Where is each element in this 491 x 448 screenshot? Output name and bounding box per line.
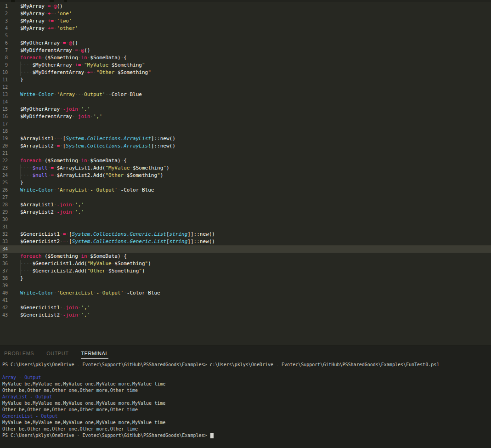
line-number[interactable]: 27 <box>0 194 20 201</box>
code-line[interactable]: 19$ArrayList1·=·[System.Collections.Arra… <box>0 135 491 142</box>
line-number[interactable]: 19 <box>0 135 20 142</box>
line-number[interactable]: 40 <box>0 289 20 297</box>
line-number[interactable]: 29 <box>0 209 20 216</box>
code-line[interactable]: 9····$MyOtherArray·+=·"MyValue·$Somethin… <box>0 62 491 69</box>
line-number[interactable]: 39 <box>0 282 20 289</box>
terminal-line: ArrayList - Output <box>2 394 491 400</box>
code-line[interactable]: 40Write-Color·'GenericList·-·Output'·-Co… <box>0 289 491 297</box>
tab-output[interactable]: OUTPUT <box>46 351 68 359</box>
line-number[interactable]: 21 <box>0 150 20 157</box>
line-number[interactable]: 8 <box>0 54 20 62</box>
code-text <box>20 297 491 304</box>
line-number[interactable]: 7 <box>0 47 20 54</box>
code-line[interactable]: 39 <box>0 282 491 289</box>
line-number[interactable]: 13 <box>0 91 20 98</box>
code-line[interactable]: 20$ArrayList2·=·[System.Collections.Arra… <box>0 142 491 150</box>
code-line[interactable]: 14 <box>0 98 491 106</box>
line-number[interactable]: 43 <box>0 312 20 319</box>
line-number[interactable]: 36 <box>0 260 20 267</box>
code-text: $MyOtherArray·=·@() <box>20 40 491 47</box>
line-number[interactable]: 3 <box>0 17 20 25</box>
line-number[interactable]: 11 <box>0 76 20 84</box>
code-line[interactable]: 12 <box>0 84 491 91</box>
code-line[interactable]: 22foreach·($Something·in·$SomeData)·{ <box>0 157 491 164</box>
line-number[interactable]: 9 <box>0 62 20 69</box>
code-text: Write-Color·'Array·-·Output'·-Color·Blue <box>20 91 491 98</box>
line-number[interactable]: 41 <box>0 297 20 304</box>
line-number[interactable]: 31 <box>0 223 20 231</box>
line-number[interactable]: 6 <box>0 40 20 47</box>
code-line[interactable]: 1$MyArray·=·@() <box>0 3 491 10</box>
line-number[interactable]: 2 <box>0 10 20 17</box>
line-number[interactable]: 38 <box>0 275 20 282</box>
code-line[interactable]: 17 <box>0 120 491 128</box>
code-line[interactable]: 4$MyArray·+=·'other' <box>0 25 491 32</box>
line-number[interactable]: 22 <box>0 157 20 164</box>
code-line[interactable]: 42$GenericList1·-join·',' <box>0 304 491 312</box>
line-number[interactable]: 12 <box>0 84 20 91</box>
code-text <box>20 216 491 223</box>
code-line[interactable]: 5 <box>0 32 491 40</box>
tab-bar-mark <box>64 0 67 2</box>
code-line[interactable]: 35foreach·($Something·in·$SomeData)·{ <box>0 253 491 260</box>
line-number[interactable]: 20 <box>0 142 20 150</box>
line-number[interactable]: 10 <box>0 69 20 76</box>
code-line[interactable]: 36····$GenericList1.Add("MyValue·$Someth… <box>0 260 491 267</box>
code-line[interactable]: 23····$null·=·$ArrayList1.Add("MyValue·$… <box>0 164 491 172</box>
line-number[interactable]: 15 <box>0 106 20 113</box>
code-line[interactable]: 26Write-Color·'ArrayList·-·Output'·-Colo… <box>0 187 491 194</box>
line-number[interactable]: 4 <box>0 25 20 32</box>
code-line[interactable]: 32$GenericList1·=·[System.Collections.Ge… <box>0 231 491 238</box>
line-number[interactable]: 1 <box>0 3 20 10</box>
code-line[interactable]: 31 <box>0 223 491 231</box>
code-line[interactable]: 13Write-Color·'Array·-·Output'·-Color·Bl… <box>0 91 491 98</box>
line-number[interactable]: 18 <box>0 128 20 135</box>
line-number[interactable]: 34 <box>0 245 20 253</box>
line-number[interactable]: 32 <box>0 231 20 238</box>
line-number[interactable]: 25 <box>0 179 20 187</box>
code-line[interactable]: 6$MyOtherArray·=·@() <box>0 40 491 47</box>
line-number[interactable]: 35 <box>0 253 20 260</box>
code-line[interactable]: 38} <box>0 275 491 282</box>
code-line[interactable]: 29$ArrayList2·-join·',' <box>0 209 491 216</box>
code-line[interactable]: 28$ArrayList1·-join·',' <box>0 201 491 209</box>
line-number[interactable]: 33 <box>0 238 20 245</box>
tab-terminal[interactable]: TERMINAL <box>81 351 108 359</box>
bottom-panel: PROBLEMS OUTPUT TERMINAL PS C:\Users\pkl… <box>0 346 491 448</box>
code-line[interactable]: 18 <box>0 128 491 135</box>
code-line[interactable]: 25} <box>0 179 491 187</box>
terminal-line: MyValue be,MyValue me,MyValue one,MyValu… <box>2 420 491 426</box>
line-number[interactable]: 14 <box>0 98 20 106</box>
code-line[interactable]: 7$MyDifferentArray·=·@() <box>0 47 491 54</box>
code-line[interactable]: 43$GenericList2·-join·',' <box>0 312 491 319</box>
line-number[interactable]: 42 <box>0 304 20 312</box>
code-line[interactable]: 8foreach·($Something·in·$SomeData)·{ <box>0 54 491 62</box>
code-line[interactable]: 30 <box>0 216 491 223</box>
code-line[interactable]: 27 <box>0 194 491 201</box>
code-line[interactable]: 34 <box>0 245 491 253</box>
code-line[interactable]: 11} <box>0 76 491 84</box>
line-number[interactable]: 28 <box>0 201 20 209</box>
line-number[interactable]: 24 <box>0 172 20 179</box>
line-number[interactable]: 5 <box>0 32 20 40</box>
line-number[interactable]: 26 <box>0 187 20 194</box>
code-line[interactable]: 41 <box>0 297 491 304</box>
line-number[interactable]: 17 <box>0 120 20 128</box>
code-line[interactable]: 37····$GenericList2.Add("Other·$Somethin… <box>0 267 491 275</box>
code-line[interactable]: 33$GenericList2·=·[System.Collections.Ge… <box>0 238 491 245</box>
code-line[interactable]: 21 <box>0 150 491 157</box>
line-number[interactable]: 23 <box>0 164 20 172</box>
line-number[interactable]: 30 <box>0 216 20 223</box>
terminal-line: Array - Output <box>2 374 491 381</box>
code-editor[interactable]: 1$MyArray·=·@()2$MyArray·+=·'one'3$MyArr… <box>0 2 491 346</box>
code-line[interactable]: 3$MyArray·+=·'two' <box>0 17 491 25</box>
code-line[interactable]: 2$MyArray·+=·'one' <box>0 10 491 17</box>
line-number[interactable]: 16 <box>0 113 20 120</box>
code-line[interactable]: 24····$null·=·$ArrayList2.Add("Other·$So… <box>0 172 491 179</box>
code-line[interactable]: 15$MyOtherArray·-join·',' <box>0 106 491 113</box>
code-line[interactable]: 16$MyDifferentArray·-join·',' <box>0 113 491 120</box>
terminal-content[interactable]: PS C:\Users\pklys\OneDrive - Evotec\Supp… <box>0 362 491 439</box>
tab-problems[interactable]: PROBLEMS <box>4 351 34 359</box>
code-line[interactable]: 10····$MyDifferentArray·+=·"Other·$Somet… <box>0 69 491 76</box>
line-number[interactable]: 37 <box>0 267 20 275</box>
